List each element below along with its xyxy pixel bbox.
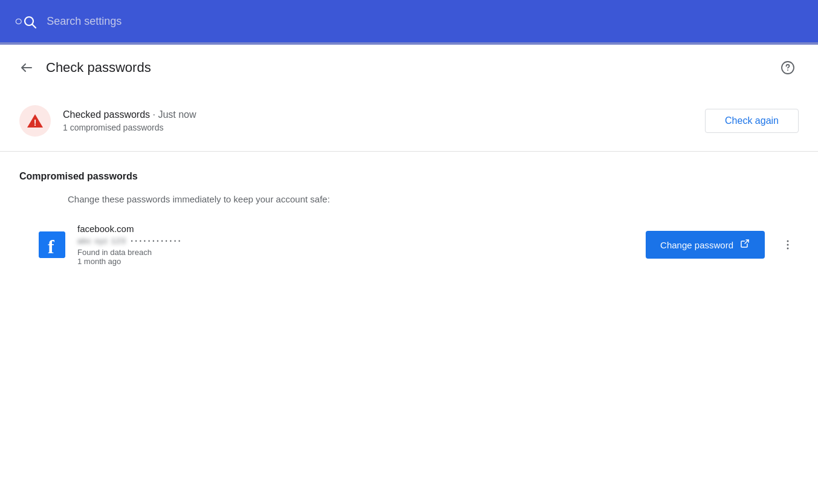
status-timestamp: Just now — [158, 109, 196, 120]
password-dots: •••••••••••• — [131, 238, 183, 244]
section-title: Compromised passwords — [19, 171, 799, 182]
status-subtitle: 1 compromised passwords — [63, 123, 196, 132]
password-masked: abc xyz 123 — [77, 236, 126, 245]
status-left: ! Checked passwords · Just now 1 comprom… — [19, 105, 196, 137]
check-again-button[interactable]: Check again — [705, 109, 799, 133]
password-info: facebook.com abc xyz 123 •••••••••••• Fo… — [77, 224, 634, 266]
search-input[interactable] — [47, 15, 288, 28]
search-icon: ○​ — [15, 13, 37, 29]
svg-text:!: ! — [34, 118, 37, 128]
svg-line-1 — [33, 25, 36, 28]
status-title: Checked passwords · Just now — [63, 109, 196, 120]
page-header: Check passwords — [0, 42, 818, 91]
change-password-button[interactable]: Change password — [646, 231, 765, 259]
help-button[interactable] — [777, 57, 799, 79]
warning-icon-circle: ! — [19, 105, 51, 137]
password-dots-row: abc xyz 123 •••••••••••• — [77, 236, 634, 245]
svg-text:f: f — [48, 236, 54, 257]
svg-line-8 — [745, 240, 748, 244]
external-link-icon — [739, 238, 750, 251]
back-button[interactable] — [19, 60, 34, 75]
status-row: ! Checked passwords · Just now 1 comprom… — [0, 91, 818, 152]
progress-bar — [0, 42, 818, 45]
warning-triangle-icon: ! — [26, 112, 44, 130]
page-header-left: Check passwords — [19, 60, 151, 76]
password-entry: f facebook.com abc xyz 123 •••••••••••• … — [19, 224, 799, 266]
site-logo: f — [39, 231, 65, 258]
change-password-label: Change password — [660, 240, 733, 250]
svg-point-10 — [787, 244, 789, 246]
more-options-button[interactable] — [777, 234, 799, 256]
more-vertical-icon — [782, 239, 794, 251]
compromised-section: Compromised passwords Change these passw… — [0, 152, 818, 266]
page-title: Check passwords — [46, 60, 151, 76]
breach-time: 1 month ago — [77, 257, 634, 266]
svg-point-9 — [787, 241, 789, 242]
section-description: Change these passwords immediately to ke… — [19, 194, 799, 204]
status-text-group: Checked passwords · Just now 1 compromis… — [63, 109, 196, 132]
site-name: facebook.com — [77, 224, 634, 234]
svg-point-11 — [787, 248, 789, 250]
facebook-logo: f — [39, 231, 65, 258]
header: ○​ — [0, 0, 818, 42]
breach-info: Found in data breach — [77, 248, 634, 257]
svg-point-3 — [787, 69, 788, 71]
